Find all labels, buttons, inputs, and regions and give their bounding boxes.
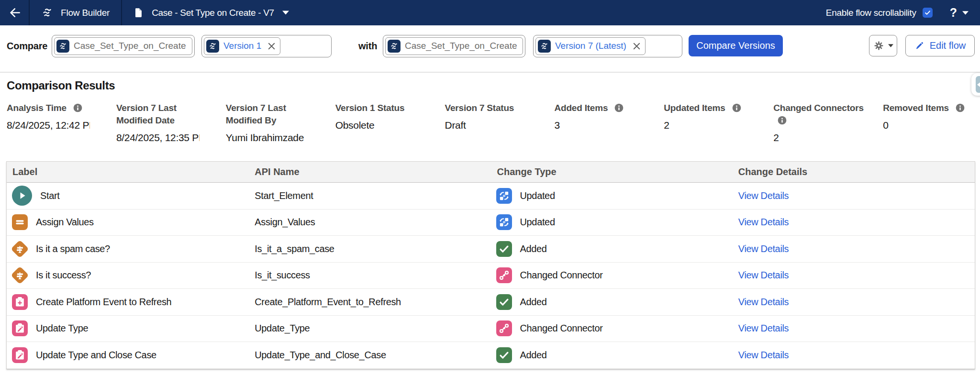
view-details-link[interactable]: View Details bbox=[738, 217, 789, 227]
with-label: with bbox=[358, 41, 377, 52]
changed-connector-icon bbox=[496, 320, 512, 336]
chevron-down-icon bbox=[888, 44, 893, 47]
element-label: Update Type and Close Case bbox=[36, 350, 156, 361]
stat-value: 0 bbox=[883, 120, 966, 131]
view-details-link[interactable]: View Details bbox=[738, 297, 789, 307]
flow-icon bbox=[538, 40, 551, 53]
stat-label: Changed Connectors bbox=[773, 102, 869, 127]
label-cell: Start bbox=[7, 186, 249, 206]
info-icon[interactable] bbox=[956, 103, 965, 112]
left-version-pill: Version 1 bbox=[204, 37, 280, 55]
decision-icon bbox=[12, 266, 28, 285]
compare-toolbar: Compare Case_Set_Type_on_Create Version … bbox=[0, 25, 980, 72]
pencil-icon bbox=[914, 41, 924, 51]
change-type-cell: Added bbox=[491, 294, 734, 310]
table-row: StartStart_ElementUpdatedView Details bbox=[7, 183, 975, 210]
flow-icon bbox=[56, 40, 69, 53]
change-details-cell: View Details bbox=[734, 217, 975, 228]
info-icon[interactable] bbox=[73, 103, 82, 112]
view-details-link[interactable]: View Details bbox=[738, 323, 789, 333]
help-icon: ? bbox=[950, 6, 957, 20]
flow-title-menu[interactable]: Case - Set Type on Create - V7 bbox=[122, 0, 289, 25]
view-details-link[interactable]: View Details bbox=[738, 350, 789, 360]
right-flow-value: Case_Set_Type_on_Create bbox=[405, 41, 517, 51]
change-type-cell: Updated bbox=[491, 214, 734, 230]
info-icon[interactable] bbox=[732, 103, 741, 112]
back-button[interactable] bbox=[0, 0, 29, 25]
edit-flow-button[interactable]: Edit flow bbox=[905, 35, 975, 56]
decision-icon bbox=[12, 240, 28, 258]
stat-analysis-time: Analysis Time 8/24/2025, 12:42 PM bbox=[7, 102, 116, 143]
element-label: Is it a spam case? bbox=[36, 243, 110, 254]
change-details-cell: View Details bbox=[734, 297, 975, 308]
updated-change-icon bbox=[496, 214, 512, 230]
record-update-icon bbox=[12, 320, 28, 336]
right-version-combobox[interactable]: Version 7 (Latest) bbox=[533, 35, 682, 57]
right-version-pill: Version 7 (Latest) bbox=[535, 37, 646, 55]
api-name-cell: Assign_Values bbox=[249, 217, 491, 228]
chevron-left-icon bbox=[977, 81, 980, 88]
column-header-label: Label bbox=[7, 166, 249, 177]
table-row: Is it a spam case?Is_it_a_spam_caseAdded… bbox=[7, 236, 975, 263]
stat-value: 2 bbox=[664, 120, 747, 131]
stat-label: Analysis Time bbox=[7, 102, 103, 114]
right-flow-combobox[interactable]: Case_Set_Type_on_Create bbox=[383, 35, 525, 57]
remove-version-icon[interactable] bbox=[633, 42, 641, 50]
stat-value: 8/24/2025, 12:42 PM bbox=[7, 120, 90, 131]
info-icon[interactable] bbox=[778, 116, 787, 125]
label-cell: Assign Values bbox=[7, 214, 249, 230]
left-version-combobox[interactable]: Version 1 bbox=[201, 35, 332, 57]
remove-version-icon[interactable] bbox=[267, 42, 276, 50]
gear-icon bbox=[873, 40, 884, 51]
column-header-api-name: API Name bbox=[249, 166, 491, 177]
change-type-cell: Changed Connector bbox=[491, 320, 734, 336]
stat-value: 8/24/2025, 12:35 PM bbox=[116, 132, 200, 143]
table-body: StartStart_ElementUpdatedView DetailsAss… bbox=[7, 183, 975, 369]
change-type-label: Changed Connector bbox=[520, 323, 603, 334]
stat-value: Yumi Ibrahimzade bbox=[226, 132, 309, 143]
view-details-link[interactable]: View Details bbox=[738, 270, 789, 280]
flow-scrollability-checkbox[interactable] bbox=[923, 8, 933, 18]
help-menu[interactable]: ? bbox=[950, 6, 969, 20]
comparison-table: Label API Name Change Type Change Detail… bbox=[6, 161, 975, 369]
table-row: Assign ValuesAssign_ValuesUpdatedView De… bbox=[7, 210, 975, 236]
compare-label: Compare bbox=[7, 41, 47, 52]
flow-scrollability-label: Enable flow scrollability bbox=[826, 8, 916, 18]
api-name-cell: Update_Type bbox=[249, 323, 491, 334]
change-details-cell: View Details bbox=[734, 323, 975, 334]
table-row: Update Type and Close CaseUpdate_Type_an… bbox=[7, 342, 975, 369]
summary-stats: Analysis Time 8/24/2025, 12:42 PMVersion… bbox=[7, 102, 980, 143]
change-type-label: Added bbox=[520, 243, 547, 254]
check-icon bbox=[924, 9, 931, 16]
table-header-row: Label API Name Change Type Change Detail… bbox=[7, 162, 975, 183]
back-arrow-icon bbox=[8, 6, 21, 19]
scroll-panel-toggle[interactable] bbox=[971, 73, 980, 96]
change-type-cell: Added bbox=[491, 241, 734, 257]
element-label: Is it success? bbox=[36, 270, 91, 281]
change-details-cell: View Details bbox=[734, 243, 975, 254]
left-flow-combobox[interactable]: Case_Set_Type_on_Create bbox=[52, 35, 195, 57]
stat-removed-items: Removed Items 0 bbox=[883, 102, 980, 143]
assignment-icon bbox=[12, 214, 28, 230]
updated-change-icon bbox=[496, 188, 512, 204]
api-name-cell: Is_it_a_spam_case bbox=[249, 243, 491, 254]
stat-version-7-last-modified-by: Version 7 Last Modified ByYumi Ibrahimza… bbox=[226, 102, 335, 143]
column-header-change-details: Change Details bbox=[734, 166, 975, 177]
scroll-panel-thumb bbox=[976, 76, 980, 93]
record-update-icon bbox=[12, 347, 28, 363]
section-divider bbox=[0, 72, 980, 73]
change-type-cell: Updated bbox=[491, 188, 734, 204]
edit-flow-label: Edit flow bbox=[930, 40, 966, 51]
settings-menu-button[interactable] bbox=[869, 35, 897, 56]
compare-versions-button[interactable]: Compare Versions bbox=[689, 35, 783, 56]
change-details-cell: View Details bbox=[734, 270, 975, 281]
view-details-link[interactable]: View Details bbox=[738, 243, 789, 254]
results-title: Comparison Results bbox=[7, 79, 115, 92]
right-version-value: Version 7 (Latest) bbox=[555, 41, 626, 51]
info-icon[interactable] bbox=[614, 103, 624, 112]
stat-value: 3 bbox=[554, 120, 637, 131]
chevron-down-icon bbox=[962, 11, 969, 15]
label-cell: Create Platform Event to Refresh bbox=[7, 294, 249, 310]
change-type-label: Updated bbox=[520, 217, 555, 228]
view-details-link[interactable]: View Details bbox=[738, 190, 789, 201]
